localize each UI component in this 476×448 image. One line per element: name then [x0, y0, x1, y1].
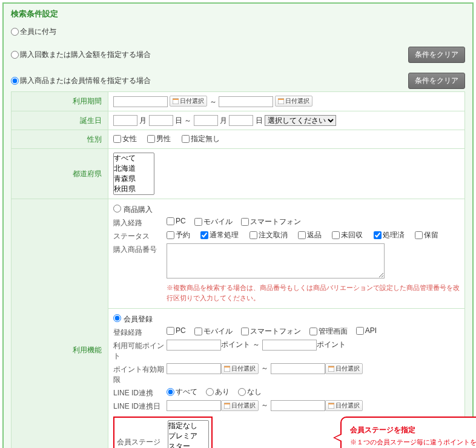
func-purchase-radio[interactable] — [113, 205, 121, 212]
panel-title: 検索条件設定 — [11, 8, 465, 19]
mroute-api[interactable] — [356, 327, 364, 335]
option-product-row: 購入商品または会員情報を指定する場合 条件をクリア — [11, 73, 465, 89]
svg-rect-7 — [328, 366, 334, 367]
option-all-radio[interactable] — [11, 28, 19, 36]
gender-none-check[interactable] — [182, 135, 190, 143]
item-no-textarea[interactable] — [167, 243, 385, 278]
st-uncollect[interactable] — [332, 231, 340, 239]
row-birthday-cell: 月 日 ～ 月 日 選択してください — [108, 111, 465, 130]
row-prefecture-cell: すべて北海道青森県秋田県 — [108, 149, 465, 199]
option-count-radio[interactable] — [11, 51, 19, 59]
row-gender-cell: 女性 男性 指定無し — [108, 130, 465, 149]
st-return[interactable] — [298, 231, 306, 239]
expire-from[interactable] — [167, 363, 221, 374]
expire-to[interactable] — [271, 363, 325, 374]
linedate-from[interactable] — [167, 400, 221, 411]
proute-mobile[interactable] — [194, 218, 202, 226]
callout-arrow-icon — [333, 433, 342, 442]
date-select-button[interactable]: 日付選択 — [170, 96, 207, 107]
row-birthday-label: 誕生日 — [12, 111, 108, 130]
line-yes[interactable] — [206, 388, 214, 396]
st-hold[interactable] — [415, 231, 423, 239]
st-normal[interactable] — [200, 231, 208, 239]
svg-rect-3 — [278, 99, 284, 100]
proute-pc[interactable] — [167, 217, 174, 225]
option-product-label: 購入商品または会員情報を指定する場合 — [20, 76, 151, 86]
svg-rect-11 — [328, 403, 334, 404]
conditions-table: 利用期間 日付選択 ～ 日付選択 誕生日 月 日 ～ 月 日 選択してください … — [11, 91, 465, 448]
svg-rect-1 — [173, 99, 179, 100]
row-function-label: 利用機能 — [12, 199, 108, 449]
mroute-mobile[interactable] — [194, 328, 202, 335]
option-all-label: 全員に付与 — [20, 27, 56, 37]
func-member-radio[interactable] — [113, 314, 121, 322]
row-function-cell: 商品購入 購入経路 PC モバイル スマートフォン ステータス 予約 通常処理 … — [108, 199, 465, 449]
birth-day-to[interactable] — [229, 115, 253, 126]
proute-sp[interactable] — [241, 218, 249, 226]
linedate-to[interactable] — [271, 400, 325, 411]
item-no-note: ※複数商品を検索する場合は、商品番号もしくは商品バリエーションで設定した商品管理… — [167, 283, 460, 303]
line-no[interactable] — [238, 388, 246, 396]
clear-button-1[interactable]: 条件をクリア — [408, 47, 465, 63]
line-all[interactable] — [167, 388, 174, 396]
mroute-pc[interactable] — [167, 327, 174, 335]
prefecture-select[interactable]: すべて北海道青森県秋田県 — [113, 153, 154, 195]
row-prefecture-label: 都道府県 — [12, 149, 108, 199]
birth-month-to[interactable] — [194, 115, 218, 126]
stage-highlight: 会員ステージ 指定なしプレミアスターノーマル — [113, 417, 213, 448]
clear-button-2[interactable]: 条件をクリア — [408, 73, 465, 89]
svg-rect-9 — [224, 403, 230, 404]
stage-select[interactable]: 指定なしプレミアスターノーマル — [168, 420, 209, 448]
point-from[interactable] — [167, 340, 221, 351]
birthday-select[interactable]: 選択してください — [265, 115, 336, 126]
stage-callout: 会員ステージを指定 ※１つの会員ステージ毎に違うポイントを付与したい場合は、 ス… — [340, 417, 476, 448]
date-select-button[interactable]: 日付選択 — [221, 363, 259, 374]
date-select-button[interactable]: 日付選択 — [275, 96, 312, 107]
mroute-sp[interactable] — [241, 328, 249, 335]
option-count-row: 購入回数または購入金額を指定する場合 条件をクリア — [11, 47, 465, 63]
point-to[interactable] — [262, 340, 317, 351]
option-count-label: 購入回数または購入金額を指定する場合 — [20, 50, 151, 60]
gender-female-check[interactable] — [113, 135, 121, 143]
st-done[interactable] — [374, 231, 382, 239]
option-all-row: 全員に付与 — [11, 27, 465, 37]
row-gender-label: 性別 — [12, 130, 108, 149]
mroute-admin[interactable] — [309, 328, 317, 335]
period-from-input[interactable] — [113, 96, 168, 107]
st-reserve[interactable] — [167, 231, 174, 239]
period-to-input[interactable] — [219, 96, 273, 107]
st-cancel[interactable] — [250, 231, 257, 239]
gender-male-check[interactable] — [147, 135, 155, 143]
date-select-button[interactable]: 日付選択 — [221, 400, 259, 411]
search-conditions-panel: 検索条件設定 全員に付与 購入回数または購入金額を指定する場合 条件をクリア 購… — [2, 2, 474, 448]
date-select-button[interactable]: 日付選択 — [325, 400, 363, 411]
date-select-button[interactable]: 日付選択 — [325, 363, 363, 374]
row-period-cell: 日付選択 ～ 日付選択 — [108, 92, 465, 111]
option-product-radio[interactable] — [11, 77, 19, 85]
birth-day-from[interactable] — [149, 115, 173, 126]
row-period-label: 利用期間 — [12, 92, 108, 111]
birth-month-from[interactable] — [113, 115, 137, 126]
tilde: ～ — [210, 97, 217, 106]
svg-rect-5 — [224, 366, 230, 367]
